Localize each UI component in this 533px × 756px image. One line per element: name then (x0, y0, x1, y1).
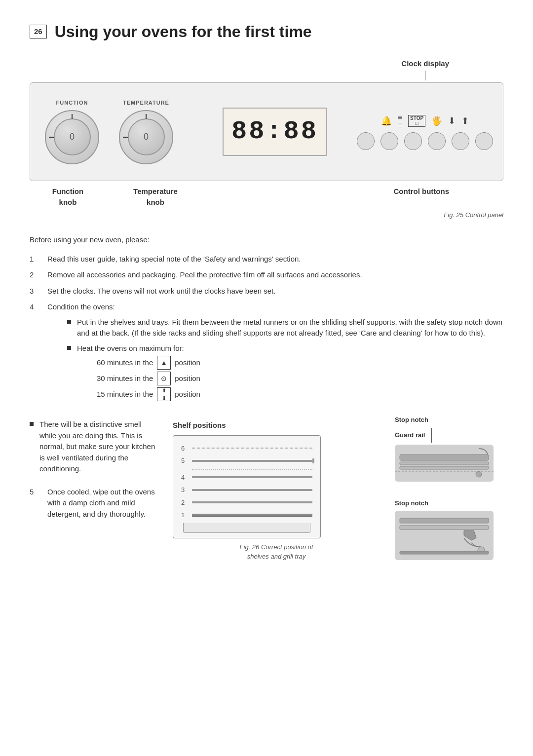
stop-notch-section-1: Stop notch Guard rail (395, 415, 503, 485)
shelf-level-5: 5 (181, 456, 312, 466)
clock-display-label: Clock display (401, 58, 449, 70)
position-line-3: 15 minutes in the ⬆⬇ position (97, 387, 503, 401)
temp-knob-tick-top (146, 114, 147, 119)
pos2-icon-box: ⊙ (157, 372, 171, 385)
control-buttons-label: Control buttons (195, 186, 449, 197)
bullet-item-2: Heat the ovens on maximum for: 60 minute… (67, 343, 503, 404)
fig-caption-25: Fig. 25 Control panel (30, 210, 503, 220)
shelf-level-4: 4 (181, 473, 312, 483)
control-panel-box: FUNCTION 0 TEMPERATURE 0 (30, 82, 503, 181)
ctrl-btn-5[interactable] (452, 132, 469, 150)
temperature-knob-section: TEMPERATURE 0 (119, 99, 173, 164)
control-buttons-area: 🔔 ≡□ STOP□ 🖐 ⬇ ⬆ (357, 113, 493, 150)
ctrl-icon-up: ⬆ (461, 116, 469, 125)
list-content-5: Once cooled, wipe out the ovens with a d… (47, 487, 158, 520)
ctrl-btn-4[interactable] (428, 132, 446, 150)
list-num-2: 2 (30, 269, 39, 281)
shelf-box: 6 5 4 3 (173, 435, 321, 538)
bullet-square-2 (67, 346, 71, 350)
list-item-5-wrapper: 5 Once cooled, wipe out the ovens with a… (30, 487, 158, 520)
function-knob-label: Functionknob (30, 186, 106, 208)
ctrl-icon-hand: 🖐 (431, 116, 442, 125)
center-col: Shelf positions 6 5 4 (173, 415, 380, 562)
temperature-knob-label: Temperatureknob (116, 186, 195, 208)
temperature-label-top: TEMPERATURE (123, 99, 169, 107)
function-knob: 0 (45, 110, 99, 164)
list-content-1: Read this user guide, taking special not… (47, 254, 503, 265)
pos3-after: position (175, 389, 200, 400)
list-item-3: 3 Set the clocks. The ovens will not wor… (30, 286, 503, 297)
guard-rail-svg (395, 445, 494, 482)
right-col: Stop notch Guard rail Stop notch (395, 415, 503, 562)
list-num-1: 1 (30, 254, 39, 265)
ctrl-btn-2[interactable] (381, 132, 398, 150)
pos2-text: 30 minutes in the (97, 373, 153, 384)
list-item-4: 4 Condition the ovens: Put in the shelve… (30, 302, 503, 407)
svg-rect-8 (400, 551, 489, 554)
bullet-list-smell: There will be a distinctive smell while … (30, 419, 158, 475)
temperature-knob-zero: 0 (144, 130, 149, 144)
pos1-text: 60 minutes in the (97, 357, 153, 369)
fig-caption-26: Fig. 26 Correct position ofshelves and g… (173, 542, 380, 562)
function-knob-zero: 0 (70, 130, 75, 144)
temp-knob-tick-left (123, 137, 128, 138)
pos2-after: position (175, 373, 200, 384)
list-item-2: 2 Remove all accessories and packaging. … (30, 269, 503, 281)
temperature-knob: 0 (119, 110, 173, 164)
bullet-square-1 (67, 320, 71, 324)
page-header: 26 Using your ovens for the first time (30, 20, 503, 43)
ctrl-btn-3[interactable] (404, 132, 422, 150)
bullet-content-2: Heat the ovens on maximum for: 60 minute… (77, 343, 503, 404)
shelf-level-dotted (181, 469, 312, 470)
function-label-top: FUNCTION (56, 99, 88, 107)
function-knob-section: FUNCTION 0 (45, 99, 99, 164)
lower-section: There will be a distinctive smell while … (30, 415, 503, 562)
shelf-level-3: 3 (181, 485, 312, 495)
shelf-diagram: Shelf positions 6 5 4 (173, 420, 380, 562)
pos1-icon-box: ▲ (157, 356, 171, 370)
bullet-text-smell: There will be a distinctive smell while … (39, 419, 158, 475)
knob-tick-top (72, 114, 73, 119)
intro-text: Before using your new oven, please: (30, 234, 503, 246)
ctrl-icon-down: ⬇ (448, 116, 456, 125)
list-content-4: Condition the ovens: Put in the shelves … (47, 302, 503, 407)
ctrl-icon-grill: ≡□ (398, 113, 402, 128)
pos1-after: position (175, 357, 200, 369)
svg-rect-0 (400, 454, 489, 460)
bullet-item-1: Put in the shelves and trays. Fit them b… (67, 317, 503, 339)
ctrl-btn-icons-row: 🔔 ≡□ STOP□ 🖐 ⬇ ⬆ (381, 113, 469, 128)
page-title: Using your ovens for the first time (55, 20, 312, 43)
pos3-icon-box: ⬆⬇ (157, 387, 171, 401)
bullet-square-smell (30, 422, 34, 426)
stop-notch-svg (395, 511, 494, 560)
page-number: 26 (30, 25, 47, 39)
shelf-positions-title: Shelf positions (173, 420, 380, 431)
ctrl-btn-1[interactable] (357, 132, 375, 150)
stop-notch-label-1: Stop notch (395, 415, 503, 425)
list-item-1: 1 Read this user guide, taking special n… (30, 254, 503, 265)
svg-rect-5 (400, 518, 489, 523)
shelf-level-2: 2 (181, 498, 312, 508)
knob-inner-temperature: 0 (128, 118, 165, 155)
knob-inner-function: 0 (54, 118, 91, 155)
list-num-3: 3 (30, 286, 39, 297)
clock-display-area: 88:88 (223, 108, 327, 156)
svg-rect-2 (400, 466, 489, 469)
shelf-level-1: 1 (181, 510, 312, 520)
svg-rect-1 (400, 462, 489, 465)
stop-notch-label-2: Stop notch (395, 498, 503, 508)
list-content-3: Set the clocks. The ovens will not work … (47, 286, 503, 297)
guard-rail-label: Guard rail (395, 430, 425, 440)
left-text-col: There will be a distinctive smell while … (30, 415, 158, 562)
ctrl-icon-bell: 🔔 (381, 116, 392, 125)
list-content-2: Remove all accessories and packaging. Pe… (47, 269, 503, 281)
ctrl-icon-stop: STOP□ (408, 115, 425, 127)
bullet-text-2: Heat the ovens on maximum for: (77, 344, 184, 352)
bullet-text-1: Put in the shelves and trays. Fit them b… (77, 317, 503, 339)
svg-rect-6 (400, 526, 489, 529)
bullet-list-4: Put in the shelves and trays. Fit them b… (67, 317, 503, 404)
stop-notch-section-2: Stop notch (395, 493, 503, 561)
pos3-text: 15 minutes in the (97, 389, 153, 400)
ctrl-btn-6[interactable] (475, 132, 493, 150)
list-num-4: 4 (30, 302, 39, 313)
